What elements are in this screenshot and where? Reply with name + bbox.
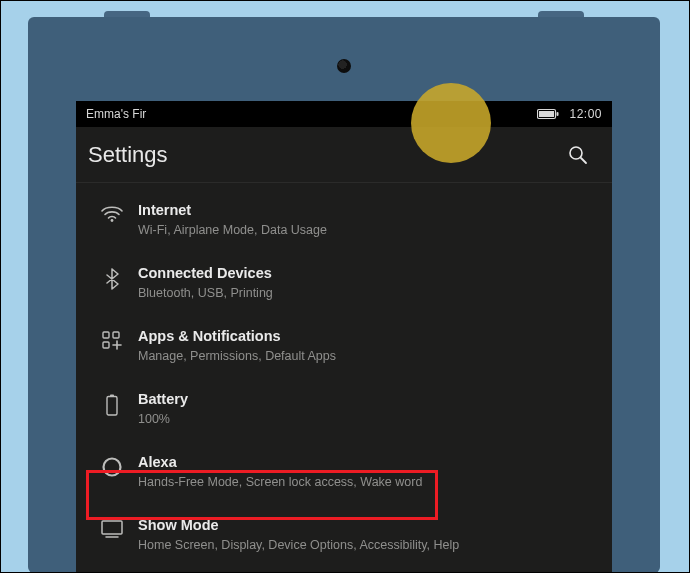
- clock: 12:00: [569, 107, 602, 121]
- search-icon: [568, 145, 588, 165]
- alexa-icon: [90, 453, 134, 477]
- apps-icon: [90, 327, 134, 351]
- settings-row-apps-notifications[interactable]: Apps & Notifications Manage, Permissions…: [76, 315, 612, 378]
- screen: Emma's Fir 12:00 Settings: [76, 101, 612, 573]
- settings-row-battery[interactable]: Battery 100%: [76, 378, 612, 441]
- svg-point-5: [111, 219, 114, 222]
- settings-list: Internet Wi-Fi, Airplane Mode, Data Usag…: [76, 183, 612, 568]
- tablet-camera: [337, 59, 351, 73]
- row-subtitle: Wi-Fi, Airplane Mode, Data Usage: [138, 222, 327, 238]
- header: Settings: [76, 127, 612, 183]
- settings-row-show-mode[interactable]: Show Mode Home Screen, Display, Device O…: [76, 504, 612, 567]
- tablet-button-left: [104, 11, 150, 17]
- row-title: Apps & Notifications: [138, 327, 336, 346]
- svg-rect-1: [539, 111, 554, 117]
- svg-rect-6: [103, 332, 109, 338]
- svg-rect-12: [107, 397, 117, 416]
- battery-icon: [90, 390, 134, 416]
- svg-point-3: [570, 147, 582, 159]
- wifi-icon: [90, 201, 134, 223]
- status-bar: Emma's Fir 12:00: [76, 101, 612, 127]
- bluetooth-icon: [90, 264, 134, 290]
- row-title: Battery: [138, 390, 188, 409]
- settings-row-alexa[interactable]: Alexa Hands-Free Mode, Screen lock acces…: [76, 441, 612, 504]
- row-subtitle: Bluetooth, USB, Printing: [138, 285, 273, 301]
- svg-rect-7: [113, 332, 119, 338]
- device-name: Emma's Fir: [86, 107, 146, 121]
- row-subtitle: Manage, Permissions, Default Apps: [138, 348, 336, 364]
- row-title: Internet: [138, 201, 327, 220]
- tablet-button-right: [538, 11, 584, 17]
- svg-rect-8: [103, 342, 109, 348]
- settings-row-connected-devices[interactable]: Connected Devices Bluetooth, USB, Printi…: [76, 252, 612, 315]
- row-title: Alexa: [138, 453, 422, 472]
- row-subtitle: 100%: [138, 411, 188, 427]
- svg-line-4: [581, 158, 586, 163]
- row-subtitle: Hands-Free Mode, Screen lock access, Wak…: [138, 474, 422, 490]
- display-icon: [90, 516, 134, 538]
- page-title: Settings: [88, 142, 560, 168]
- svg-rect-2: [557, 112, 559, 116]
- row-title: Show Mode: [138, 516, 459, 535]
- tablet-frame: Emma's Fir 12:00 Settings: [28, 17, 660, 573]
- svg-rect-14: [102, 521, 122, 534]
- battery-status-icon: [537, 108, 559, 120]
- row-title: Connected Devices: [138, 264, 273, 283]
- search-button[interactable]: [560, 137, 596, 173]
- settings-row-internet[interactable]: Internet Wi-Fi, Airplane Mode, Data Usag…: [76, 189, 612, 252]
- svg-point-13: [104, 459, 121, 476]
- row-subtitle: Home Screen, Display, Device Options, Ac…: [138, 537, 459, 553]
